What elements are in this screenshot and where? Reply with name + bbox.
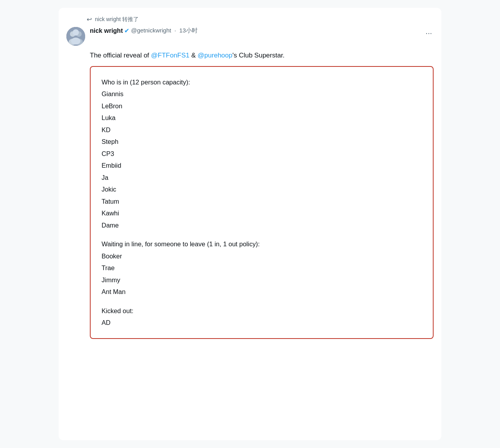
link-ftfonfs1[interactable]: @FTFonFS1 — [151, 52, 190, 59]
tweet-body: The official reveal of @FTFonFS1 & @pure… — [90, 50, 434, 339]
author-info: nick wright ✔ @getnickwright · 13小时 — [90, 27, 424, 34]
tweet-text: The official reveal of @FTFonFS1 & @pure… — [90, 50, 434, 61]
card-in-steph: Steph — [102, 136, 422, 148]
card-kicked-header: Kicked out: — [102, 305, 422, 317]
author-handle[interactable]: @getnickwright — [131, 27, 171, 34]
tweet-time: 13小时 — [179, 27, 198, 34]
card-waiting-booker: Booker — [102, 250, 422, 262]
author-name[interactable]: nick wright — [90, 27, 123, 34]
svg-point-3 — [73, 29, 79, 36]
tweet-card: ↩ nick wright 转推了 nick wri — [59, 8, 441, 440]
tweet-text-middle: & — [189, 52, 198, 59]
card-in-kd: KD — [102, 124, 422, 136]
card-in-ja: Ja — [102, 172, 422, 184]
card-waiting-trae: Trae — [102, 262, 422, 274]
card-waiting-section: Waiting in line, for someone to leave (1… — [102, 238, 422, 298]
card-in-header: Who is in (12 person capacity): — [102, 76, 422, 88]
retweet-line: ↩ nick wright 转推了 — [66, 16, 434, 23]
card-in-dame: Dame — [102, 219, 422, 231]
tweet-text-after: 's Club Superstar. — [232, 52, 285, 59]
card-in-jokic: Jokic — [102, 183, 422, 195]
verified-icon: ✔ — [124, 27, 129, 34]
card-waiting-list: Booker Trae Jimmy Ant Man — [102, 250, 422, 298]
more-options-icon[interactable]: ··· — [424, 27, 434, 39]
avatar-image — [66, 27, 85, 46]
club-superstar-card: Who is in (12 person capacity): Giannis … — [90, 66, 434, 339]
card-in-tatum: Tatum — [102, 195, 422, 208]
svg-point-6 — [71, 38, 80, 45]
card-waiting-jimmy: Jimmy — [102, 274, 422, 286]
card-in-giannis: Giannis — [102, 88, 422, 100]
tweet-text-before: The official reveal of — [90, 52, 151, 59]
retweet-label: nick wright 转推了 — [95, 16, 139, 23]
avatar — [66, 27, 85, 46]
card-in-lebron: LeBron — [102, 100, 422, 112]
author-name-row: nick wright ✔ @getnickwright · 13小时 — [90, 27, 424, 34]
tweet-header: nick wright ✔ @getnickwright · 13小时 ··· — [66, 27, 434, 46]
card-waiting-header: Waiting in line, for someone to leave (1… — [102, 238, 422, 250]
card-in-kawhi: Kawhi — [102, 207, 422, 219]
card-kicked-list: AD — [102, 317, 422, 329]
card-waiting-antman: Ant Man — [102, 286, 422, 298]
card-in-luka: Luka — [102, 112, 422, 124]
card-kicked-ad: AD — [102, 317, 422, 329]
card-in-embiid: Embiid — [102, 159, 422, 172]
card-in-cp3: CP3 — [102, 148, 422, 160]
retweet-icon: ↩ — [87, 16, 92, 23]
link-purehoop[interactable]: @purehoop — [198, 52, 232, 59]
card-kicked-section: Kicked out: AD — [102, 305, 422, 329]
card-in-list: Giannis LeBron Luka KD Steph CP3 Embiid … — [102, 88, 422, 231]
author-handle-time: @getnickwright · 13小时 — [131, 27, 197, 34]
